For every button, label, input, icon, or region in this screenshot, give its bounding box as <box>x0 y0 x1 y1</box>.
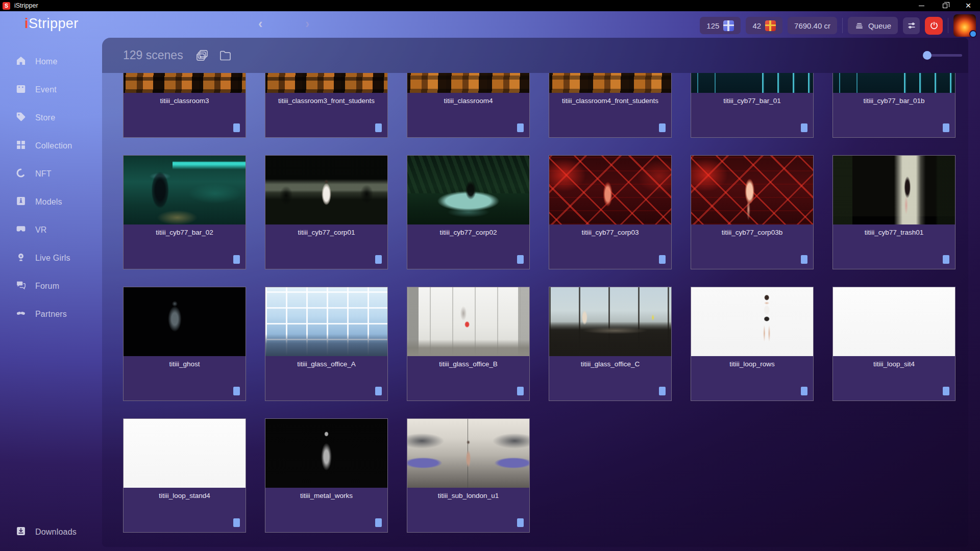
scene-card[interactable]: titiii_sub_london_u1 <box>407 418 530 533</box>
sidebar-item-label: NFT <box>35 169 52 179</box>
scene-count: 129 scenes <box>123 48 183 62</box>
minimize-button[interactable] <box>910 0 933 11</box>
thumbnail-size-slider[interactable] <box>927 54 962 57</box>
scene-card[interactable]: titiii_cyb77_corp02 <box>407 155 530 269</box>
scene-select-checkbox[interactable] <box>233 123 240 132</box>
scene-card[interactable]: titiii_glass_office_C <box>549 287 672 401</box>
scene-card[interactable]: titiii_cyb77_bar_01b <box>832 73 955 138</box>
scene-card[interactable]: titiii_ghost <box>123 287 246 401</box>
scene-select-checkbox[interactable] <box>943 123 949 132</box>
scene-card[interactable]: titiii_metal_works <box>265 418 388 533</box>
sidebar-item-label: Home <box>35 57 57 66</box>
scene-select-checkbox[interactable] <box>801 123 807 132</box>
scene-name: titiii_classroom3_front_students <box>265 93 387 108</box>
nft-icon <box>15 167 27 181</box>
user-avatar[interactable] <box>953 14 976 37</box>
livegirls-icon <box>15 252 27 265</box>
scene-card[interactable]: titiii_loop_rows <box>691 287 814 401</box>
scene-card[interactable]: titiii_cyb77_bar_01 <box>691 73 814 138</box>
sidebar-item-store[interactable]: Store <box>0 104 102 132</box>
scene-name: titiii_glass_office_A <box>265 356 387 371</box>
scene-select-checkbox[interactable] <box>801 387 807 395</box>
restore-button[interactable] <box>933 0 957 11</box>
scene-name: titiii_glass_office_B <box>407 356 529 371</box>
sidebar-item-partners[interactable]: Partners <box>0 300 102 328</box>
gift-red-icon <box>765 20 776 31</box>
sidebar-item-label: Store <box>35 113 55 122</box>
gold-gifts-count: 42 <box>752 21 761 30</box>
scene-select-checkbox[interactable] <box>375 255 382 264</box>
sidebar-item-label: Forum <box>35 282 59 291</box>
scenes-view-icon[interactable] <box>195 48 209 62</box>
scene-name: titiii_metal_works <box>265 488 387 503</box>
scene-thumbnail <box>265 287 387 356</box>
scene-thumbnail <box>691 156 813 224</box>
scene-select-checkbox[interactable] <box>517 387 524 395</box>
sidebar-item-forum[interactable]: Forum <box>0 272 102 300</box>
scene-select-checkbox[interactable] <box>943 255 949 264</box>
nav-back-button[interactable]: ‹ <box>258 16 262 31</box>
slider-knob[interactable] <box>923 51 932 60</box>
power-icon <box>929 20 939 31</box>
close-button[interactable]: × <box>957 0 980 11</box>
scene-card[interactable]: titiii_classroom4_front_students <box>549 73 672 138</box>
scene-scroll-viewport[interactable]: titiii_classroom3titiii_classroom3_front… <box>102 73 968 547</box>
scene-name: titiii_cyb77_bar_01 <box>691 93 813 108</box>
power-button[interactable] <box>925 17 943 35</box>
scene-card[interactable]: titiii_cyb77_bar_02 <box>123 155 246 269</box>
scene-thumbnail <box>407 156 529 224</box>
scene-card[interactable]: titiii_classroom4 <box>407 73 530 138</box>
scene-select-checkbox[interactable] <box>233 518 240 527</box>
sidebar-item-models[interactable]: Models <box>0 188 102 216</box>
scene-card[interactable]: titiii_loop_sit4 <box>832 287 955 401</box>
scene-card[interactable]: titiii_cyb77_corp01 <box>265 155 388 269</box>
scene-select-checkbox[interactable] <box>659 255 666 264</box>
scene-select-checkbox[interactable] <box>375 123 382 132</box>
scene-thumbnail <box>124 73 246 93</box>
sidebar-item-label: Event <box>35 85 57 94</box>
display-settings-button[interactable] <box>903 17 920 34</box>
scene-select-checkbox[interactable] <box>517 123 524 132</box>
scene-card[interactable]: titiii_glass_office_A <box>265 287 388 401</box>
credits-amount: 7690.40 cr <box>794 21 830 30</box>
event-icon <box>15 83 27 96</box>
nav-forward-button[interactable]: › <box>305 16 309 31</box>
scene-card[interactable]: titiii_classroom3_front_students <box>265 73 388 138</box>
scene-name: titiii_cyb77_bar_01b <box>833 93 955 108</box>
window-controls: × <box>910 0 980 11</box>
scene-select-checkbox[interactable] <box>375 387 382 395</box>
scene-card[interactable]: titiii_glass_office_B <box>407 287 530 401</box>
scene-select-checkbox[interactable] <box>517 255 524 264</box>
scene-card[interactable]: titiii_loop_stand4 <box>123 418 246 533</box>
scene-select-checkbox[interactable] <box>659 123 666 132</box>
sidebar-item-downloads[interactable]: Downloads <box>0 519 102 545</box>
app-window: S iStripper × iStripper ‹ › 125 42 <box>0 0 980 551</box>
scene-select-checkbox[interactable] <box>801 255 807 264</box>
scene-card[interactable]: titiii_cyb77_corp03b <box>691 155 814 269</box>
scene-select-checkbox[interactable] <box>517 518 524 527</box>
partners-icon <box>15 308 27 321</box>
scene-card[interactable]: titiii_classroom3 <box>123 73 246 138</box>
scene-select-checkbox[interactable] <box>233 387 240 395</box>
scene-select-checkbox[interactable] <box>233 255 240 264</box>
credits-button[interactable]: 7690.40 cr <box>788 17 837 34</box>
sidebar-item-collection[interactable]: Collection <box>0 132 102 160</box>
sidebar-item-label: Partners <box>35 310 67 319</box>
queue-button[interactable]: Queue <box>848 17 898 34</box>
queue-icon <box>854 21 864 31</box>
app-header: iStripper ‹ › 125 42 7690.40 cr <box>0 11 980 38</box>
gold-gifts-button[interactable]: 42 <box>746 17 782 34</box>
sidebar-item-nft[interactable]: NFT <box>0 160 102 188</box>
sidebar-item-vr[interactable]: VR <box>0 216 102 244</box>
sidebar-item-event[interactable]: Event <box>0 76 102 104</box>
scene-select-checkbox[interactable] <box>375 518 382 527</box>
scene-thumbnail <box>124 419 246 488</box>
scene-select-checkbox[interactable] <box>659 387 666 395</box>
scene-card[interactable]: titiii_cyb77_trash01 <box>832 155 955 269</box>
folder-view-icon[interactable] <box>218 48 232 62</box>
scene-card[interactable]: titiii_cyb77_corp03 <box>549 155 672 269</box>
sidebar-item-live-girls[interactable]: Live Girls <box>0 244 102 272</box>
silver-gifts-button[interactable]: 125 <box>700 17 741 34</box>
sidebar-item-home[interactable]: Home <box>0 47 102 76</box>
scene-select-checkbox[interactable] <box>943 387 949 395</box>
